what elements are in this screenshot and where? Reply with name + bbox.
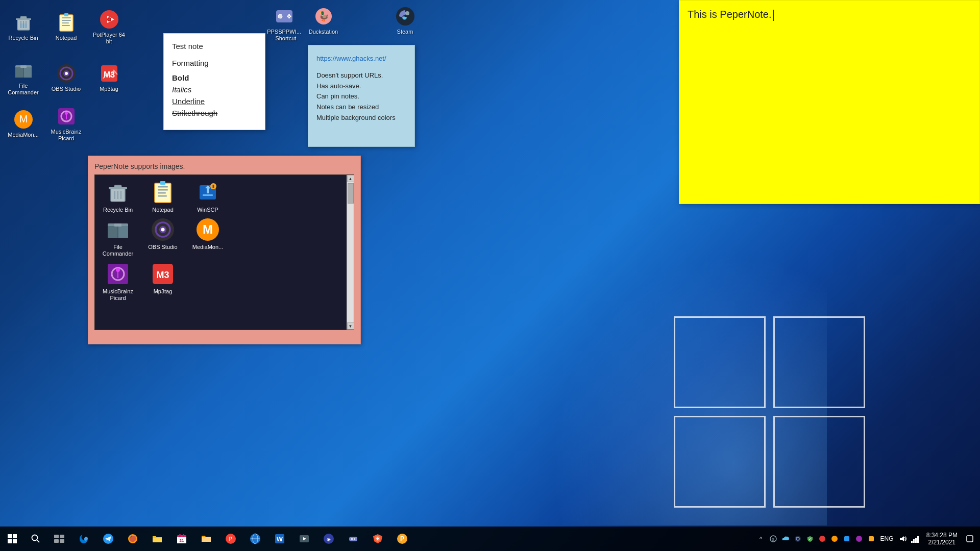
- systray-app1[interactable]: [817, 534, 827, 544]
- start-button[interactable]: [0, 527, 24, 551]
- note-pink-content: Recycle Bin Notepad: [94, 174, 354, 330]
- network-icon[interactable]: [910, 534, 920, 544]
- svg-rect-124: [967, 536, 973, 542]
- note-white[interactable]: Test note Formatting Bold Italics Underl…: [163, 33, 265, 130]
- taskbar-telegram[interactable]: [96, 527, 120, 551]
- desktop-icon-steam[interactable]: Steam: [386, 4, 424, 37]
- taskbar-search[interactable]: [26, 529, 46, 549]
- scroll-up-arrow[interactable]: ▲: [347, 175, 354, 182]
- svg-rect-7: [62, 17, 71, 18]
- svg-rect-2: [16, 18, 31, 20]
- svg-text:🦆: 🦆: [318, 11, 330, 22]
- steam-icon: [395, 6, 415, 27]
- svg-rect-57: [203, 194, 213, 196]
- taskbar-app-circle[interactable]: ◉: [316, 527, 341, 551]
- filecommander-label: File Commander: [6, 83, 40, 96]
- desktop-icon-recycle-bin[interactable]: Recycle Bin: [4, 4, 42, 50]
- note-pink[interactable]: PeperNote supports images.: [88, 156, 361, 344]
- taskbar-folder[interactable]: [145, 527, 169, 551]
- desktop-icon-ppsspp[interactable]: PPSSPPWI... - Shortcut: [265, 4, 303, 44]
- text-cursor: [773, 10, 774, 21]
- note-yellow[interactable]: This is PeperNote.: [679, 0, 980, 204]
- svg-rect-53: [158, 195, 167, 197]
- taskbar-edge[interactable]: [71, 527, 96, 551]
- systray-security[interactable]: S: [768, 534, 778, 544]
- svg-rect-9: [62, 22, 69, 23]
- svg-point-34: [65, 72, 68, 75]
- mini-mediamon-icon: M: [195, 217, 220, 242]
- taskbar-media[interactable]: [292, 527, 316, 551]
- desktop-icon-filecommander[interactable]: File Commander: [4, 55, 42, 101]
- desktop-icon-mp3tag[interactable]: M3 Mp3tag: [90, 55, 128, 101]
- svg-rect-62: [118, 226, 128, 238]
- mini-icon-obs2[interactable]: OBS Studio: [145, 217, 181, 257]
- mini-notepad-icon: [151, 180, 175, 205]
- volume-icon[interactable]: [898, 534, 908, 544]
- language-indicator[interactable]: ENG: [878, 535, 896, 542]
- show-hidden-icons[interactable]: ^: [756, 534, 766, 544]
- note-blue-line3: Can pin notes.: [316, 91, 406, 102]
- mini-icon-filecommander2[interactable]: File Commander: [100, 217, 136, 257]
- svg-text:21: 21: [180, 538, 184, 543]
- svg-rect-19: [288, 17, 290, 18]
- taskbar-word[interactable]: W: [267, 527, 292, 551]
- mini-obs-icon: [151, 217, 175, 242]
- svg-rect-54: [160, 181, 165, 185]
- mini-icon-mp3tag2[interactable]: M3 Mp3tag: [145, 262, 181, 302]
- taskbar-clock[interactable]: 8:34:28 PM 2/21/2021: [922, 527, 962, 551]
- svg-text:◉: ◉: [327, 537, 331, 542]
- steam-label: Steam: [397, 29, 413, 35]
- svg-point-17: [278, 14, 282, 18]
- note-yellow-text: This is PeperNote.: [688, 9, 971, 21]
- svg-rect-45: [109, 187, 127, 189]
- taskbar-app-game[interactable]: [341, 527, 365, 551]
- mini-icon-notepad[interactable]: Notepad: [145, 180, 181, 213]
- systray-app4[interactable]: [854, 534, 864, 544]
- note-scrollbar[interactable]: ▲ ▼: [347, 175, 354, 330]
- net-bar2: [913, 539, 915, 543]
- mini-icon-winscp[interactable]: WinSCP: [190, 180, 226, 213]
- systray-app5[interactable]: [866, 534, 876, 544]
- taskbar-taskview[interactable]: [47, 527, 71, 551]
- scroll-down-arrow[interactable]: ▼: [347, 322, 354, 330]
- desktop-icon-obs[interactable]: OBS Studio: [47, 55, 85, 101]
- taskbar-brave[interactable]: [365, 527, 390, 551]
- desktop-icon-duckstation[interactable]: 🦆 Duckstation: [304, 4, 342, 37]
- svg-point-118: [819, 536, 825, 542]
- taskbar-app-red[interactable]: P: [218, 527, 243, 551]
- taskbar-firefox[interactable]: [120, 527, 145, 551]
- taskbar-calendar[interactable]: 21: [169, 527, 194, 551]
- note-white-strikethrough: Strikethrough: [172, 109, 257, 117]
- win-logo-top-right: [773, 316, 865, 408]
- mp3tag-icon: M3: [99, 63, 119, 84]
- svg-point-115: [795, 536, 801, 542]
- mini-winscp-label: WinSCP: [197, 207, 218, 213]
- desktop-icon-potplayer[interactable]: PotPlayer 64 bit: [90, 4, 128, 50]
- systray-app3[interactable]: [842, 534, 852, 544]
- desktop-icon-mediamon[interactable]: M MediaMon...: [4, 101, 42, 147]
- systray-onedrive[interactable]: [780, 534, 791, 544]
- mini-icon-musicbrainz2[interactable]: MusicBrainz Picard: [100, 262, 136, 302]
- desktop-icon-notepad[interactable]: Notepad: [47, 4, 85, 50]
- scroll-thumb[interactable]: [348, 183, 354, 204]
- duckstation-label: Duckstation: [309, 29, 338, 35]
- taskbar-app-yellow[interactable]: P: [390, 527, 414, 551]
- desktop-icon-musicbrainz[interactable]: MusicBrainz Picard: [47, 101, 85, 147]
- systray-steam2[interactable]: [793, 534, 803, 544]
- systray-app2[interactable]: [829, 534, 840, 544]
- mini-notepad-label: Notepad: [152, 207, 174, 213]
- svg-rect-11: [64, 13, 68, 16]
- mini-mediamon-label: MediaMon...: [192, 244, 224, 251]
- note-blue[interactable]: https://www.ghacks.net/ Doesn't support …: [308, 45, 415, 147]
- taskbar: 21 P: [0, 527, 980, 551]
- taskbar-notification[interactable]: [964, 527, 976, 551]
- mini-icon-mediamon2[interactable]: M MediaMon...: [190, 217, 226, 257]
- taskbar-app-globe[interactable]: [243, 527, 267, 551]
- mediamon-label: MediaMon...: [8, 132, 39, 138]
- svg-rect-120: [844, 536, 849, 541]
- taskbar-fileexplorer[interactable]: [194, 527, 218, 551]
- systray-shield[interactable]: ✓: [805, 534, 815, 544]
- mini-icons-grid: Recycle Bin Notepad: [95, 175, 354, 307]
- mini-icon-recycle[interactable]: Recycle Bin: [100, 180, 136, 213]
- mini-recycle-icon: [106, 180, 130, 205]
